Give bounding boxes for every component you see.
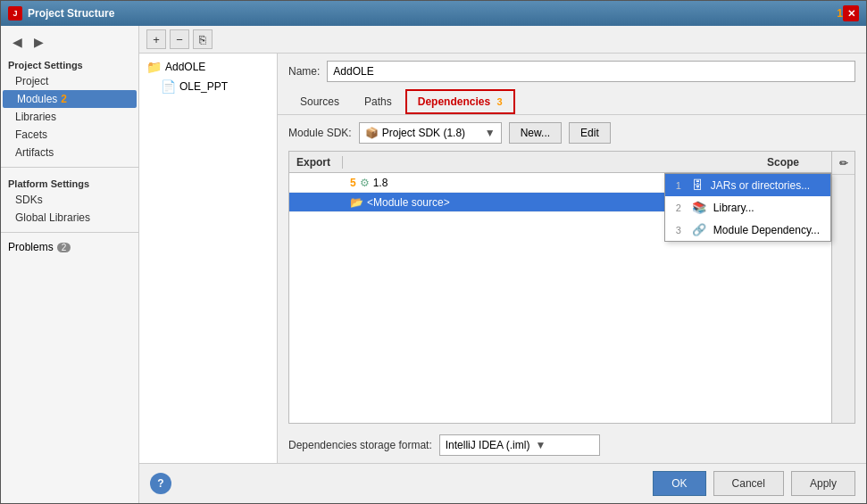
- add-dependency-dropdown: 1 🗄 JARs or directories... 2 📚 Library..…: [664, 173, 831, 242]
- storage-value: IntelliJ IDEA (.iml): [446, 439, 530, 451]
- nav-forward-button[interactable]: ▶: [29, 33, 47, 51]
- sidebar-item-modules[interactable]: Modules 2: [3, 90, 137, 108]
- sidebar: ◀ ▶ Project Settings Project Modules 2 L…: [1, 26, 139, 503]
- tabs-row: Sources Paths Dependencies 3: [278, 89, 866, 115]
- sdk-icon: 📦: [365, 127, 379, 139]
- library-icon: 📚: [692, 201, 706, 214]
- jar-icon: 🗄: [692, 178, 704, 192]
- module-dep-icon: 🔗: [692, 223, 706, 236]
- name-input[interactable]: [327, 61, 855, 82]
- main-area: Name: Sources Paths De: [278, 54, 866, 463]
- copy-module-button[interactable]: ⎘: [193, 29, 213, 49]
- apply-button[interactable]: Apply: [791, 471, 855, 496]
- platform-settings-section: Platform Settings: [1, 173, 138, 191]
- deps-sidebar: ✏: [831, 152, 854, 423]
- dep-export-modsrc: [289, 201, 343, 204]
- project-settings-section: Project Settings: [1, 54, 138, 72]
- folder-icon: 📁: [146, 60, 162, 74]
- new-sdk-button[interactable]: New...: [509, 122, 562, 144]
- dropdown-item-jars[interactable]: 1 🗄 JARs or directories...: [665, 174, 830, 196]
- export-header: Export: [289, 156, 343, 169]
- modules-num: 2: [61, 93, 67, 105]
- storage-row: Dependencies storage format: IntelliJ ID…: [278, 427, 866, 463]
- add-module-button[interactable]: +: [146, 29, 166, 49]
- panel-toolbar: + − ⎘: [139, 26, 866, 54]
- dropdown-item-library[interactable]: 2 📚 Library...: [665, 196, 830, 219]
- storage-select[interactable]: IntelliJ IDEA (.iml) ▼: [439, 434, 600, 456]
- sidebar-nav: ◀ ▶: [1, 29, 138, 54]
- sdk-select[interactable]: 📦 Project SDK (1.8) ▼: [359, 122, 502, 144]
- window-title: Project Structure: [28, 7, 833, 20]
- nav-back-button[interactable]: ◀: [8, 33, 26, 51]
- sidebar-item-problems[interactable]: Problems 2: [1, 238, 138, 256]
- sdk-dep-num: 5: [350, 177, 356, 189]
- cancel-button[interactable]: Cancel: [713, 471, 784, 496]
- storage-label: Dependencies storage format:: [288, 439, 432, 451]
- sidebar-item-project[interactable]: Project: [1, 72, 138, 90]
- tab-num: 3: [496, 96, 502, 107]
- sidebar-divider-2: [1, 232, 138, 233]
- name-label: Name:: [288, 65, 320, 78]
- help-button[interactable]: ?: [150, 473, 171, 494]
- tree-panel: 📁 AddOLE 📄 OLE_PPT: [139, 54, 278, 463]
- dep-export-sdk: [289, 181, 343, 185]
- sidebar-item-facets[interactable]: Facets: [1, 126, 138, 144]
- tree-item-ole-ppt[interactable]: 📄 OLE_PPT: [139, 77, 277, 96]
- title-num: 1: [837, 7, 843, 20]
- dropdown-item-module-dep[interactable]: 3 🔗 Module Dependency...: [665, 219, 830, 241]
- dropdown-num-3: 3: [676, 225, 681, 235]
- remove-module-button[interactable]: −: [170, 29, 189, 49]
- sdk-dep-icon: ⚙: [360, 177, 370, 189]
- bottom-bar: ? OK Cancel Apply: [139, 463, 866, 503]
- scope-header: Scope: [760, 156, 831, 169]
- dropdown-num-1: 1: [676, 180, 681, 191]
- edit-sdk-button[interactable]: Edit: [569, 122, 611, 144]
- edit-dep-button[interactable]: ✏: [832, 152, 855, 175]
- storage-dropdown-icon: ▼: [535, 439, 546, 451]
- sdk-dropdown-icon: ▼: [485, 127, 496, 139]
- tab-paths[interactable]: Paths: [353, 90, 404, 113]
- sidebar-item-global-libraries[interactable]: Global Libraries: [1, 209, 138, 227]
- panel-content: 📁 AddOLE 📄 OLE_PPT Name:: [139, 54, 866, 463]
- tab-sources[interactable]: Sources: [288, 90, 351, 113]
- project-structure-window: J Project Structure 1 ✕ ◀ ▶ Project Sett…: [0, 0, 867, 504]
- close-button[interactable]: ✕: [843, 5, 859, 21]
- module-panel: Name: Sources Paths De: [278, 54, 866, 463]
- sdk-value: Project SDK (1.8): [382, 127, 465, 139]
- problems-badge: 2: [57, 243, 71, 252]
- dependencies-table: Export Scope 4 +: [288, 151, 855, 424]
- file-icon: 📄: [161, 79, 176, 94]
- dropdown-num-2: 2: [676, 202, 681, 213]
- tree-item-addole[interactable]: 📁 AddOLE: [139, 57, 277, 77]
- right-panel: + − ⎘ 📁 AddOLE 📄 OLE_PPT: [139, 26, 866, 503]
- sidebar-divider: [1, 167, 138, 168]
- name-row: Name:: [278, 54, 866, 89]
- tab-dependencies[interactable]: Dependencies 3: [405, 89, 515, 114]
- sdk-row: Module SDK: 📦 Project SDK (1.8) ▼ New...…: [278, 115, 866, 151]
- title-bar: J Project Structure 1 ✕: [1, 1, 866, 26]
- sdk-label: Module SDK:: [288, 127, 352, 139]
- modsrc-icon: 📂: [350, 196, 363, 209]
- sidebar-item-sdks[interactable]: SDKs: [1, 191, 138, 209]
- main-content: ◀ ▶ Project Settings Project Modules 2 L…: [1, 26, 866, 503]
- deps-table-header: Export Scope 4 +: [289, 152, 854, 173]
- app-icon: J: [8, 6, 22, 21]
- ok-button[interactable]: OK: [653, 471, 705, 496]
- sidebar-item-artifacts[interactable]: Artifacts: [1, 144, 138, 161]
- sidebar-item-libraries[interactable]: Libraries: [1, 108, 138, 126]
